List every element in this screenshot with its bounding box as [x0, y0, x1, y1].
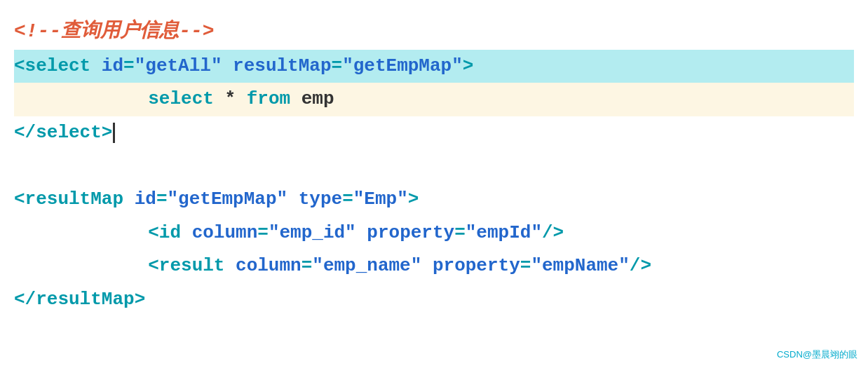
line-sql-query: select * from emp	[14, 83, 854, 116]
cursor	[113, 123, 115, 143]
line-resultmap-open: <resultMap id="getEmpMap" type="Emp">	[14, 183, 854, 217]
code-block: <!--查询用户信息--> <select id="getAll" result…	[0, 0, 868, 331]
line-comment: <!--查询用户信息-->	[14, 14, 854, 50]
line-resultmap-close: </resultMap>	[14, 283, 854, 317]
watermark-text: CSDN@墨晨翊的眼	[777, 348, 857, 361]
comment-text: <!--查询用户信息-->	[14, 20, 215, 42]
line-select-close: </select>	[14, 116, 854, 150]
select-open-tag: <select id="getAll" resultMap="getEmpMap…	[14, 55, 473, 76]
line-result-element: <result column="emp_name" property="empN…	[14, 250, 854, 283]
line-select-open: <select id="getAll" resultMap="getEmpMap…	[14, 50, 854, 83]
line-id-element: <id column="emp_id" property="empId"/>	[14, 217, 854, 250]
line-blank	[14, 150, 854, 184]
